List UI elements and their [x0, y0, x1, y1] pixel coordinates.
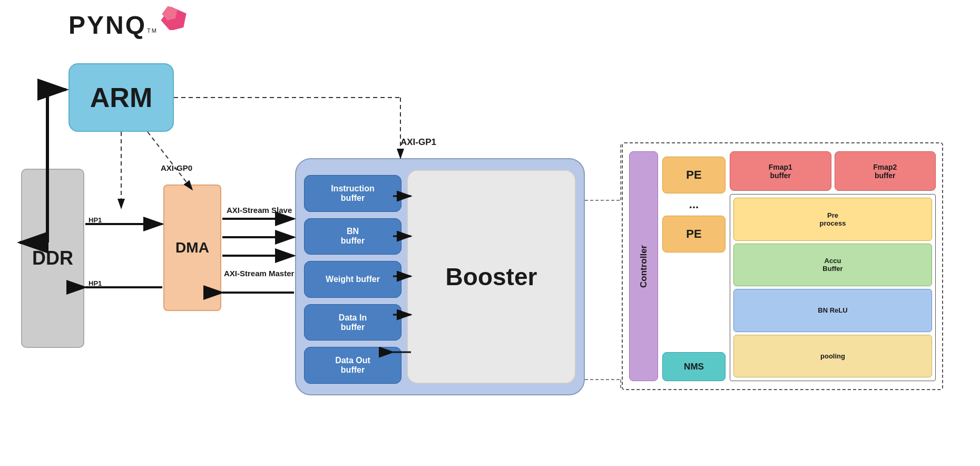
booster-container: Instructionbuffer BNbuffer Weight buffer… [295, 158, 585, 395]
hp1-bottom-text: HP1 [89, 279, 102, 287]
pynq-logo: PYNQTM [68, 11, 187, 40]
weight-buffer: Weight buffer [304, 261, 401, 298]
pe-box-bottom: PE [662, 216, 726, 253]
nms-box: NMS [662, 352, 726, 381]
axi-gp0-label: AXI-GP0 [161, 163, 192, 172]
buffers-column: Instructionbuffer BNbuffer Weight buffer… [304, 170, 401, 384]
dots-label: ... [689, 198, 699, 211]
axi-stream-master-label: AXI-Stream Master [224, 269, 294, 278]
hp1-top-label: HP1 [89, 216, 102, 224]
data-in-buffer: Data Inbuffer [304, 304, 401, 341]
axi-gp0-text: AXI-GP0 [161, 163, 192, 172]
pe-box-top: PE [662, 157, 726, 193]
controller-label: Controller [639, 245, 649, 287]
pynq-logo-text: PYNQ [68, 11, 146, 40]
detail-right-column: Fmap1buffer Fmap2buffer Preprocess AccuB… [730, 151, 936, 381]
accu-buffer-box: AccuBuffer [733, 244, 932, 287]
dma-label: DMA [175, 239, 209, 256]
detail-box: Controller PE ... PE NMS Fmap1buffer Fma… [622, 142, 943, 390]
ddr-block: DDR [21, 169, 84, 348]
nms-label: NMS [684, 362, 704, 372]
axi-stream-slave-label: AXI-Stream Slave [227, 206, 292, 215]
pre-process-box: Preprocess [733, 198, 932, 241]
arm-label: ARM [90, 82, 152, 113]
data-out-buffer: Data Outbuffer [304, 347, 401, 384]
bn-buffer: BNbuffer [304, 218, 401, 255]
hp1-bottom-label: HP1 [89, 279, 102, 287]
controller-block: Controller [629, 151, 658, 381]
dma-block: DMA [163, 185, 221, 311]
pe-bottom-label: PE [686, 227, 701, 241]
bn-relu-box: BN ReLU [733, 289, 932, 332]
diagram-container: PYNQTM ARM DDR DMA Instructionbuffer BNb… [0, 0, 980, 466]
pe-top-label: PE [686, 168, 701, 182]
pe-dots: ... [662, 197, 726, 212]
ddr-label: DDR [32, 247, 73, 269]
axi-stream-slave-text: AXI-Stream Slave [227, 206, 292, 215]
pe-column: PE ... PE NMS [662, 151, 726, 381]
hp1-top-text: HP1 [89, 216, 102, 224]
svg-line-9 [148, 132, 192, 190]
axi-gp1-label: AXI-GP1 [400, 137, 436, 148]
booster-box: Booster [407, 170, 576, 384]
pynq-tm: TM [147, 27, 158, 34]
fmap1-buffer: Fmap1buffer [730, 151, 831, 191]
instruction-buffer: Instructionbuffer [304, 175, 401, 212]
axi-gp1-text: AXI-GP1 [400, 137, 436, 147]
arm-block: ARM [68, 63, 174, 132]
booster-label: Booster [446, 263, 537, 291]
axi-stream-master-text: AXI-Stream Master [224, 269, 294, 278]
pynq-diamond-icon [161, 6, 187, 35]
fmap2-buffer: Fmap2buffer [835, 151, 936, 191]
pooling-box: pooling [733, 335, 932, 378]
inner-detail-box: Preprocess AccuBuffer BN ReLU pooling [730, 194, 936, 381]
fmap-row: Fmap1buffer Fmap2buffer [730, 151, 936, 191]
